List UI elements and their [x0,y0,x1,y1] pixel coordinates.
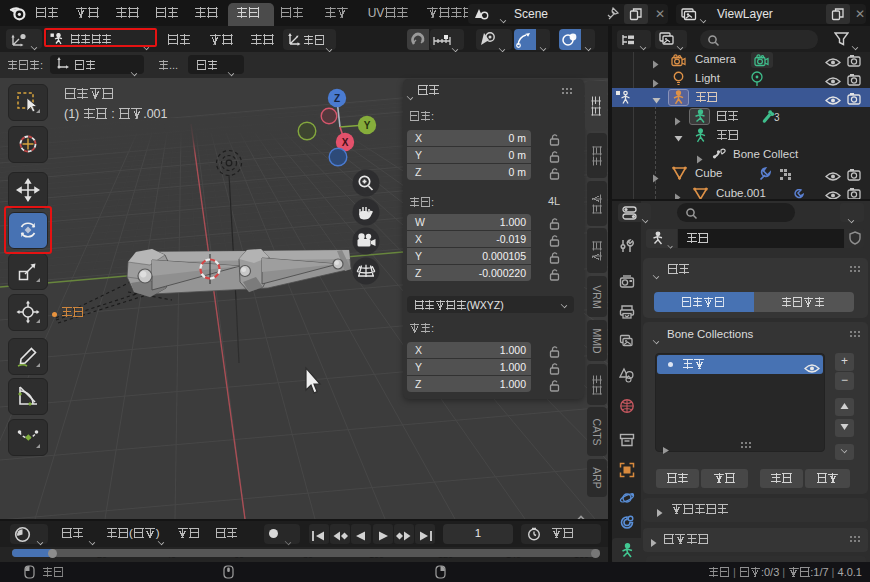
svg-text:X: X [342,137,349,148]
svg-text:Y: Y [364,120,371,131]
svg-text:Z: Z [334,93,340,104]
